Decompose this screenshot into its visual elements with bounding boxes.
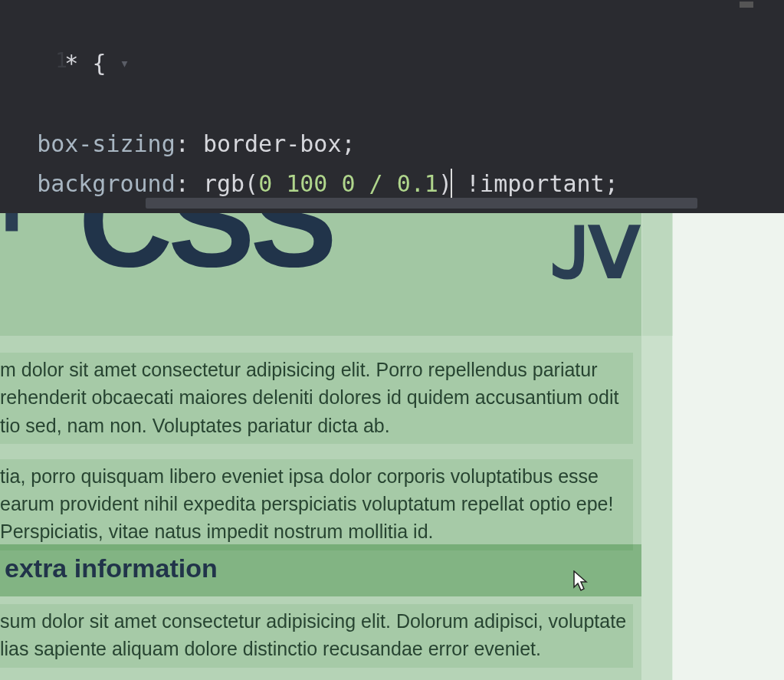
css-function: rgb <box>203 170 244 197</box>
paragraph: tia, porro quisquam libero eveniet ipsa … <box>0 459 633 550</box>
line-number: 1 <box>44 44 67 79</box>
fold-arrow-icon[interactable]: ▾ <box>120 50 130 77</box>
paragraph: m dolor sit amet consectetur adipisicing… <box>0 353 633 444</box>
horizontal-scrollbar[interactable] <box>146 198 697 209</box>
code-line-1[interactable]: * {1 ▾ <box>0 0 784 124</box>
browser-preview[interactable]: ᴊᴠ F CSS m dolor sit amet consectetur ad… <box>0 213 784 680</box>
css-property: background <box>37 170 175 197</box>
css-important: !important <box>466 170 605 197</box>
line-number: 4 <box>44 205 67 214</box>
preview-gutter <box>673 213 784 680</box>
hero-title: F CSS <box>0 213 333 273</box>
body-text-block: m dolor sit amet consectetur adipisicing… <box>0 353 633 566</box>
body-text-block: sum dolor sit amet consectetur adipisici… <box>0 604 633 668</box>
subheading: extra information <box>5 554 218 583</box>
code-line-2[interactable]: box-sizing: border-box; <box>0 124 784 165</box>
css-value: border-box <box>203 130 342 157</box>
hero-fragment: ᴊᴠ <box>554 213 638 298</box>
text-cursor <box>451 169 452 198</box>
css-property: box-sizing <box>37 130 175 157</box>
open-brace: { <box>92 50 106 77</box>
css-rgb-args: 0 100 0 / 0.1 <box>258 170 438 197</box>
code-editor[interactable]: * {1 ▾ box-sizing: border-box; backgroun… <box>0 0 784 213</box>
paragraph: sum dolor sit amet consectetur adipisici… <box>0 604 633 668</box>
